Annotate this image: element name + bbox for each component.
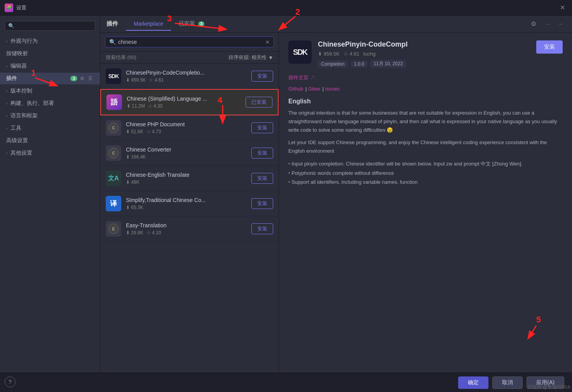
plugin-item-chinesepinyin[interactable]: SDK ChinesePinyin-CodeCompletio... 959.5…: [100, 64, 279, 89]
plugin-content: 🔍 ✕ 搜索结果 (60) 排序依据: 相关性 ▼ SDK: [100, 33, 572, 373]
plugin-homepage: 插件主页 ↗: [288, 74, 563, 81]
downloads: 65.3K: [126, 205, 143, 210]
plugin-info: Chinese (Simplified) Language ... 11.2M …: [127, 96, 241, 109]
plugin-info: Simplify,Traditional Chinese Co... 65.3K: [126, 197, 247, 210]
detail-title: ChinesePinyin-CodeCompl: [318, 40, 530, 49]
sort-button[interactable]: 排序依据: 相关性 ▼: [228, 54, 273, 61]
plugin-name: Chinese (Simplified) Language ...: [127, 96, 241, 102]
sidebar-item-build[interactable]: › 构建、执行、部署: [0, 98, 100, 109]
sort-icon: ▼: [268, 55, 273, 61]
downloads: 11.2M: [127, 103, 145, 109]
watermark: CSDN @李瑞珂Rick: [528, 384, 570, 390]
install-button[interactable]: 安装: [251, 173, 273, 184]
plugin-icon-translate: 文A: [106, 171, 121, 186]
install-button[interactable]: 安装: [251, 198, 273, 209]
plugin-meta: 65.3K: [126, 205, 247, 210]
github-link[interactable]: Github: [288, 86, 303, 92]
detail-feature-list: Input pinyin completion. Chinese identif…: [288, 159, 563, 186]
plugin-icon-lang: 語: [106, 94, 122, 110]
list-item: Polyphonic words complete without differ…: [288, 169, 563, 178]
sidebar-item-plugins[interactable]: 插件 3 ⚙ ☰: [0, 73, 100, 84]
plugin-item-chinese-php[interactable]: C Chinese PHP Document 51.6K 4.73 安装: [100, 115, 279, 141]
tab-installed[interactable]: 已安装 3: [171, 17, 212, 31]
homepage-link[interactable]: 插件主页 ↗: [288, 74, 315, 81]
plugin-name: Simplify,Traditional Chinese Co...: [126, 197, 247, 203]
cancel-button[interactable]: 取消: [492, 376, 523, 389]
stars: 4.73: [146, 129, 161, 134]
plugin-item-easy-translation[interactable]: E Easy-Translation 26.8K 4.10 安装: [100, 216, 279, 242]
gitee-link[interactable]: Gitee: [308, 86, 320, 92]
plugin-search-input-wrap: 🔍 ✕: [105, 37, 274, 47]
plugin-gear-button[interactable]: ⚙: [528, 19, 539, 29]
svg-text:C: C: [112, 151, 115, 155]
sidebar-item-label: 工具: [10, 125, 21, 132]
sidebar: 🔍 › 外观与行为 按键映射 › 编辑器 插件 3 ⚙ ☰ › 版本控制 ›: [0, 16, 100, 373]
sidebar-item-vcs[interactable]: › 版本控制: [0, 85, 100, 97]
plugin-list-header: 搜索结果 (60) 排序依据: 相关性 ▼: [100, 52, 279, 64]
downloads: 51.6K: [126, 129, 143, 134]
search-clear-button[interactable]: ✕: [265, 39, 270, 45]
plugin-meta: 51.6K 4.73: [126, 129, 247, 134]
nav-back-button[interactable]: ←: [542, 20, 553, 28]
plugin-name: ChinesePinyin-CodeCompletio...: [126, 70, 247, 76]
svg-text:C: C: [112, 126, 115, 130]
detail-section-title: English: [288, 98, 563, 105]
list-item: Input pinyin completion. Chinese identif…: [288, 159, 563, 168]
nav-forward-button[interactable]: →: [555, 20, 566, 28]
detail-info: ChinesePinyin-CodeCompl ⬇ 959.5K ☆ 4.61 …: [318, 40, 530, 68]
sidebar-search[interactable]: 🔍: [5, 21, 95, 31]
plugin-icon-easy: E: [106, 221, 121, 237]
sidebar-item-other[interactable]: › 其他设置: [0, 147, 100, 159]
plugin-icon-simplify: 译: [106, 196, 121, 211]
sidebar-item-advanced[interactable]: 高级设置: [0, 135, 100, 146]
install-button[interactable]: 安装: [251, 148, 273, 159]
downloads: 48K: [126, 179, 140, 185]
chevron-icon: ›: [6, 101, 7, 106]
sidebar-item-keymap[interactable]: 按键映射: [0, 48, 100, 59]
plugin-name: Chinese PHP Document: [126, 121, 247, 127]
detail-description-1: The original intention is that for some …: [288, 109, 563, 134]
plugin-item-translate[interactable]: 文A Chinese-English Translate 48K 安装: [100, 166, 279, 191]
right-panel: 插件 Marketplace 已安装 3 ⚙ ← → 🔍 ✕: [100, 16, 572, 373]
plugin-info: Chinese-English Translate 48K: [126, 172, 247, 185]
stars: 4.61: [149, 77, 164, 83]
sidebar-item-appearance[interactable]: › 外观与行为: [0, 35, 100, 47]
bottom-bar: 确定 取消 应用(A): [0, 373, 572, 392]
plugin-search-input[interactable]: [118, 39, 263, 45]
sidebar-item-lang[interactable]: › 语言和框架: [0, 110, 100, 122]
sidebar-item-editor[interactable]: › 编辑器: [0, 60, 100, 72]
plugin-panel-title: 插件: [106, 20, 118, 28]
install-button[interactable]: 安装: [251, 71, 273, 82]
install-button[interactable]: 安装: [251, 223, 273, 234]
detail-tag-date: 11月 10, 2022: [370, 60, 406, 68]
chevron-icon: ›: [6, 126, 7, 131]
plugin-info: Easy-Translation 26.8K 4.10: [126, 222, 247, 235]
close-button[interactable]: ✕: [558, 3, 567, 12]
help-button[interactable]: ?: [5, 376, 16, 387]
settings-icon[interactable]: ⚙: [79, 75, 85, 82]
app-logo: 🧩: [5, 3, 13, 12]
detail-install-button[interactable]: 安装: [536, 40, 563, 54]
detail-author: tuchg: [363, 51, 376, 57]
plugins-badge: 3: [70, 76, 77, 81]
plugin-info: ChinesePinyin-CodeCompletio... 959.5K 4.…: [126, 70, 247, 83]
separator1: |: [305, 86, 308, 92]
title-bar: 🧩 设置 ✕: [0, 0, 572, 16]
plugin-item-chinese-simplified[interactable]: 語 Chinese (Simplified) Language ... 11.2…: [100, 89, 279, 115]
plugin-name: Easy-Translation: [126, 222, 247, 228]
results-count: 搜索结果 (60): [106, 54, 136, 61]
chevron-icon: ›: [6, 89, 7, 93]
issues-link[interactable]: Issues: [325, 86, 340, 92]
plugin-item-simplify[interactable]: 译 Simplify,Traditional Chinese Co... 65.…: [100, 191, 279, 216]
install-button[interactable]: 安装: [251, 122, 273, 133]
detail-header: SDK ChinesePinyin-CodeCompl ⬇ 959.5K ☆ 4…: [288, 40, 563, 68]
detail-downloads: ⬇ 959.5K: [318, 51, 340, 57]
confirm-button[interactable]: 确定: [458, 376, 488, 389]
plugin-item-chinese-converter[interactable]: C Chinese Converter 166.4K 安装: [100, 141, 279, 166]
sidebar-item-tools[interactable]: › 工具: [0, 122, 100, 134]
tab-marketplace[interactable]: Marketplace: [126, 17, 171, 31]
list-icon[interactable]: ☰: [87, 75, 94, 82]
installed-button[interactable]: 已安装: [246, 97, 272, 108]
svg-text:E: E: [112, 227, 115, 231]
sidebar-search-input[interactable]: [17, 23, 92, 29]
